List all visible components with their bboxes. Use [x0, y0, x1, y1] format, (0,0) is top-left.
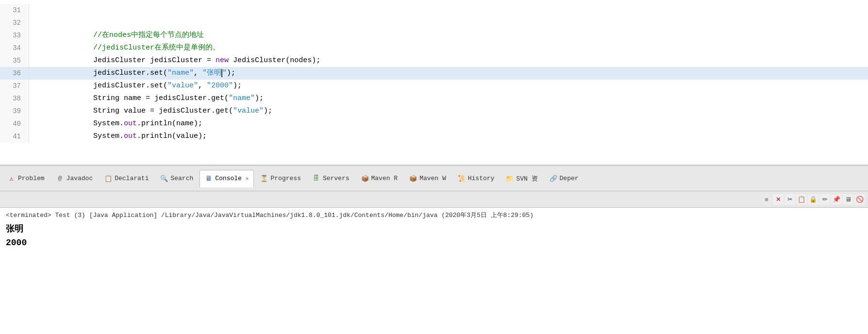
- dot-out-41: out: [124, 132, 137, 140]
- search-icon: 🔍: [160, 175, 168, 183]
- tab-search-label: Search: [170, 175, 193, 182]
- copy-btn[interactable]: 📋: [796, 194, 807, 205]
- code-line-37: 37 jedisCluster.set("value", "2000");: [0, 80, 868, 92]
- type-35: JedisCluster: [41, 56, 150, 65]
- stop-btn[interactable]: ■: [761, 194, 772, 205]
- line-content-39: String value = jedisCluster.get("value")…: [29, 105, 868, 117]
- tab-servers[interactable]: 🗄 Servers: [307, 170, 355, 187]
- line-number-32: 32: [0, 17, 29, 29]
- line-content-35: JedisCluster jedisCluster = new JedisClu…: [29, 54, 868, 67]
- output-line-1: 张明: [6, 222, 862, 236]
- history-icon: 📜: [458, 175, 466, 183]
- new-35: new: [216, 56, 229, 65]
- code-editor: 31 32 33 //在nodes中指定每个节点的地址 34 //jedisCl…: [0, 0, 868, 165]
- tab-console-label: Console: [215, 175, 242, 182]
- str-37a: "value": [167, 82, 198, 90]
- tab-progress[interactable]: ⏳ Progress: [255, 170, 306, 187]
- code-line-36: 36 jedisCluster.set("name", "张明");: [0, 67, 868, 80]
- line-number-40: 40: [0, 117, 29, 130]
- tab-javadoc[interactable]: @ Javadoc: [51, 170, 99, 187]
- line-content-36: jedisCluster.set("name", "张明");: [29, 67, 868, 80]
- pin-btn[interactable]: 📌: [831, 194, 842, 205]
- console-toolbar: ■ ✕ ✂ 📋 🔒 ✏ 📌 🖥 🚫: [0, 191, 868, 208]
- code-line-39: 39 String value = jedisCluster.get("valu…: [0, 105, 868, 117]
- line-number-39: 39: [0, 105, 29, 117]
- code-line-31: 31: [0, 4, 868, 17]
- tab-progress-label: Progress: [270, 175, 300, 182]
- var-35: jedisCluster: [150, 56, 202, 65]
- line-content-38: String name = jedisCluster.get("name");: [29, 92, 868, 105]
- tab-svn-label: SVN 资: [516, 174, 537, 183]
- edit-btn[interactable]: ✏: [819, 194, 830, 205]
- tab-declarati[interactable]: 📋 Declarati: [99, 170, 154, 187]
- line-number-37: 37: [0, 80, 29, 92]
- lock-btn[interactable]: 🔒: [808, 194, 818, 205]
- line-content-33: //在nodes中指定每个节点的地址: [29, 29, 868, 42]
- view-btn[interactable]: 🖥: [843, 194, 853, 205]
- tab-declarati-label: Declarati: [115, 175, 149, 182]
- line-number-33: 33: [0, 29, 29, 42]
- tab-javadoc-label: Javadoc: [67, 175, 93, 182]
- maven-w-icon: 📦: [409, 175, 417, 183]
- str-39: "value": [233, 107, 264, 115]
- line-number-34: 34: [0, 42, 29, 54]
- tab-deper-label: Deper: [560, 175, 579, 182]
- code-line-40: 40 System.out.println(name);: [0, 117, 868, 130]
- console-close-icon[interactable]: ✕: [246, 175, 249, 182]
- line-number-36: 36: [0, 67, 29, 80]
- line-number-35: 35: [0, 54, 29, 67]
- line-number-41: 41: [0, 130, 29, 143]
- code-lines: 31 32 33 //在nodes中指定每个节点的地址 34 //jedisCl…: [0, 0, 868, 147]
- console-icon: 🖥: [205, 175, 213, 183]
- terminate-btn[interactable]: ✕: [773, 194, 784, 205]
- tab-problem[interactable]: ⚠ Problem: [2, 170, 50, 187]
- tab-svn[interactable]: 📁 SVN 资: [501, 170, 543, 187]
- code-line-38: 38 String name = jedisCluster.get("name"…: [0, 92, 868, 105]
- tab-search[interactable]: 🔍 Search: [155, 170, 199, 187]
- output-line-2: 2000: [6, 236, 862, 250]
- dot-out-40: out: [124, 119, 137, 128]
- line-number-38: 38: [0, 92, 29, 105]
- line-content-41: System.out.println(value);: [29, 130, 868, 143]
- progress-icon: ⏳: [260, 175, 268, 183]
- str-36a: "name": [167, 69, 194, 77]
- tab-maven-r[interactable]: 📦 Maven R: [356, 170, 403, 187]
- comment-34: //jedisCluster在系统中是单例的。: [41, 44, 220, 52]
- line-content-37: jedisCluster.set("value", "2000");: [29, 80, 868, 92]
- tab-deper[interactable]: 🔗 Deper: [544, 170, 584, 187]
- code-line-41: 41 System.out.println(value);: [0, 130, 868, 143]
- code-line-34: 34 //jedisCluster在系统中是单例的。: [0, 42, 868, 54]
- code-line-33: 33 //在nodes中指定每个节点的地址: [0, 29, 868, 42]
- str-38: "name": [229, 94, 255, 102]
- tab-problem-label: Problem: [18, 175, 45, 182]
- line-content-40: System.out.println(name);: [29, 117, 868, 130]
- tab-servers-label: Servers: [323, 175, 350, 182]
- javadoc-icon: @: [56, 175, 64, 183]
- tab-maven-w-label: Maven W: [419, 175, 446, 182]
- tab-console[interactable]: 🖥 Console ✕: [200, 170, 254, 187]
- tab-history[interactable]: 📜 History: [452, 170, 500, 187]
- code-line-32: 32: [0, 17, 868, 29]
- str-36c: ": [222, 69, 227, 77]
- clear-btn[interactable]: 🚫: [854, 194, 865, 205]
- code-line-35: 35 JedisCluster jedisCluster = new Jedis…: [0, 54, 868, 67]
- tab-history-label: History: [468, 175, 495, 182]
- str-36b: "张明: [202, 69, 221, 77]
- tab-maven-r-label: Maven R: [371, 175, 398, 182]
- code-35b: =: [202, 56, 216, 65]
- str-37b: "2000": [207, 82, 233, 90]
- servers-icon: 🗄: [313, 175, 320, 183]
- problem-icon: ⚠: [8, 175, 16, 183]
- line-content-34: //jedisCluster在系统中是单例的。: [29, 42, 868, 54]
- comment-33: //在nodes中指定每个节点的地址: [41, 31, 204, 39]
- svn-icon: 📁: [506, 175, 514, 183]
- declarati-icon: 📋: [104, 175, 112, 183]
- tabs-bar: ⚠ Problem @ Javadoc 📋 Declarati 🔍 Search…: [0, 165, 868, 191]
- maven-r-icon: 📦: [361, 175, 369, 183]
- deper-icon: 🔗: [550, 175, 557, 183]
- line-number-31: 31: [0, 4, 29, 17]
- console-output: <terminated> Test (3) [Java Application]…: [0, 208, 868, 334]
- terminated-line: <terminated> Test (3) [Java Application]…: [6, 211, 862, 219]
- tab-maven-w[interactable]: 📦 Maven W: [404, 170, 451, 187]
- remove-btn[interactable]: ✂: [785, 194, 795, 205]
